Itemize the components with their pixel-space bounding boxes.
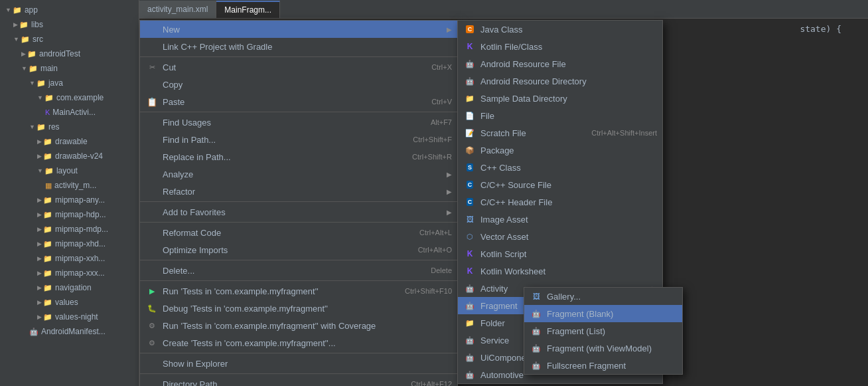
tree-item-main[interactable]: ▼ 📁 main xyxy=(0,61,139,76)
submenu-arrow-icon: ▶ xyxy=(447,26,452,33)
tree-item-label: mipmap-xxh... xyxy=(55,254,105,263)
arrow-icon: ▶ xyxy=(37,241,42,247)
tree-item-res[interactable]: ▼ 📁 res xyxy=(0,120,139,134)
tree-item-mipmap-mdpi[interactable]: ▶ 📁 mipmap-mdp... xyxy=(0,222,139,237)
tree-item-values-night[interactable]: ▶ 📁 values-night xyxy=(0,310,139,324)
menu-label: Scratch File xyxy=(480,128,581,138)
tree-item-com-example[interactable]: ▼ 📁 com.example xyxy=(0,90,139,105)
manifest-icon: 🤖 xyxy=(29,328,38,336)
menu-item-fullscreen-fragment[interactable]: 🤖 Fullscreen Fragment xyxy=(524,357,682,374)
reformat-icon xyxy=(145,226,159,239)
tree-item-src[interactable]: ▼ 📁 src xyxy=(0,32,139,47)
menu-item-run-coverage[interactable]: ⚙ Run 'Tests in 'com.example.myfragment'… xyxy=(140,317,457,334)
image-asset-icon: 🖼 xyxy=(463,213,476,226)
menu-item-create-tests[interactable]: ⚙ Create 'Tests in 'com.example.myfragme… xyxy=(140,334,457,351)
menu-item-android-resource-file[interactable]: 🤖 Android Resource File xyxy=(458,55,662,72)
menu-item-file[interactable]: 📄 File xyxy=(458,107,662,124)
fragment-vm-icon: 🤖 xyxy=(530,341,543,355)
menu-item-cpp-header[interactable]: C C/C++ Header File xyxy=(458,193,662,211)
menu-item-java-class[interactable]: C Java Class xyxy=(458,21,662,38)
find-icon xyxy=(145,116,159,129)
menu-item-android-resource-dir[interactable]: 🤖 Android Resource Directory xyxy=(458,72,662,90)
arrow-icon: ▼ xyxy=(21,65,27,72)
menu-label: Create 'Tests in 'com.example.myfragment… xyxy=(163,338,452,348)
menu-item-replace-in-path[interactable]: Replace in Path... Ctrl+Shift+R xyxy=(140,148,457,165)
tree-item-androidmanifest[interactable]: 🤖 AndroidManifest... xyxy=(0,324,139,339)
tree-item-values[interactable]: ▶ 📁 values xyxy=(0,295,139,310)
menu-item-new[interactable]: New ▶ xyxy=(140,21,457,38)
menu-separator xyxy=(140,56,457,57)
menu-item-kotlin-worksheet[interactable]: K Kotlin Worksheet xyxy=(458,262,662,280)
tree-item-mainactivity[interactable]: K MainActivi... xyxy=(0,105,139,120)
tree-item-activity-main[interactable]: ▦ activity_m... xyxy=(0,178,139,193)
menu-item-analyze[interactable]: Analyze ▶ xyxy=(140,165,457,183)
tab-mainfrag[interactable]: MainFragm... xyxy=(216,1,280,18)
menu-item-copy[interactable]: Copy xyxy=(140,76,457,93)
menu-item-sample-data-dir[interactable]: 📁 Sample Data Directory xyxy=(458,90,662,107)
arrow-icon: ▶ xyxy=(37,255,42,262)
tree-item-navigation[interactable]: ▶ 📁 navigation xyxy=(0,280,139,295)
menu-item-fragment-list[interactable]: 🤖 Fragment (List) xyxy=(524,322,682,339)
tree-item-app[interactable]: ▼ 📁 app xyxy=(0,3,139,17)
menu-item-debug-tests[interactable]: 🐛 Debug 'Tests in 'com.example.myfragmen… xyxy=(140,300,457,317)
tab-activity[interactable]: activity_main.xml xyxy=(139,1,216,18)
tree-item-layout[interactable]: ▼ 📁 layout xyxy=(0,163,139,178)
menu-item-cpp-source[interactable]: C C/C++ Source File xyxy=(458,176,662,193)
shortcut-label: Ctrl+V xyxy=(431,98,452,106)
menu-item-optimize[interactable]: Optimize Imports Ctrl+Alt+O xyxy=(140,241,457,258)
kotlin-script-icon: K xyxy=(463,247,476,260)
menu-item-vector-asset[interactable]: ⬡ Vector Asset xyxy=(458,228,662,245)
menu-label: C/C++ Source File xyxy=(480,180,657,190)
menu-item-link-cpp[interactable]: Link C++ Project with Gradle xyxy=(140,38,457,55)
menu-item-show-explorer[interactable]: Show in Explorer xyxy=(140,355,457,372)
tree-item-mipmap-xhdpi[interactable]: ▶ 📁 mipmap-xhd... xyxy=(0,237,139,251)
tree-item-mipmap-hdpi[interactable]: ▶ 📁 mipmap-hdp... xyxy=(0,207,139,222)
menu-label: Show in Explorer xyxy=(163,359,452,369)
menu-item-refactor[interactable]: Refactor ▶ xyxy=(140,183,457,200)
tree-item-libs[interactable]: ▶ 📁 libs xyxy=(0,17,139,32)
shortcut-label: Ctrl+Shift+F xyxy=(413,136,452,144)
delete-icon xyxy=(145,264,159,277)
menu-item-directory-path[interactable]: Directory Path Ctrl+Alt+F12 xyxy=(140,375,457,386)
tree-item-label: java xyxy=(48,78,63,88)
folder-icon: 📁 xyxy=(44,94,54,102)
fragment-list-icon: 🤖 xyxy=(530,324,543,338)
java-icon: C xyxy=(463,23,476,36)
folder-icon: 📁 xyxy=(43,240,52,248)
menu-label: Directory Path xyxy=(163,379,400,387)
menu-item-kotlin-file[interactable]: K Kotlin File/Class xyxy=(458,38,662,55)
menu-item-fragment-viewmodel[interactable]: 🤖 Fragment (with ViewModel) xyxy=(524,339,682,357)
menu-item-find-in-path[interactable]: Find in Path... Ctrl+Shift+F xyxy=(140,131,457,148)
menu-item-find-usages[interactable]: Find Usages Alt+F7 xyxy=(140,114,457,131)
menu-item-run-tests[interactable]: ▶ Run 'Tests in 'com.example.myfragment'… xyxy=(140,282,457,300)
menu-item-scratch-file[interactable]: 📝 Scratch File Ctrl+Alt+Shift+Insert xyxy=(458,124,662,142)
menu-item-delete[interactable]: Delete... Delete xyxy=(140,262,457,279)
tree-item-mipmap-xxhdpi[interactable]: ▶ 📁 mipmap-xxh... xyxy=(0,251,139,266)
menu-item-cpp-class[interactable]: S C++ Class xyxy=(458,159,662,176)
project-icon: 📁 xyxy=(13,6,22,15)
folder-icon: 📁 xyxy=(27,50,36,58)
tree-item-label: drawable-v24 xyxy=(55,151,103,161)
tree-item-label: values xyxy=(55,298,78,307)
menu-item-image-asset[interactable]: 🖼 Image Asset xyxy=(458,211,662,228)
menu-item-add-favorites[interactable]: Add to Favorites ▶ xyxy=(140,203,457,221)
menu-item-fragment-blank[interactable]: 🤖 Fragment (Blank) xyxy=(524,305,682,322)
tree-item-drawable-v24[interactable]: ▶ 📁 drawable-v24 xyxy=(0,149,139,163)
menu-item-gallery[interactable]: 🖼 Gallery... xyxy=(524,288,682,305)
scratch-icon: 📝 xyxy=(463,126,476,140)
tree-item-mipmap-xxxhdpi[interactable]: ▶ 📁 mipmap-xxx... xyxy=(0,266,139,280)
menu-item-reformat[interactable]: Reformat Code Ctrl+Alt+L xyxy=(140,224,457,241)
menu-item-package[interactable]: 📦 Package xyxy=(458,142,662,159)
menu-item-cut[interactable]: ✂ Cut Ctrl+X xyxy=(140,58,457,76)
arrow-icon: ▼ xyxy=(37,94,43,101)
tree-item-label: libs xyxy=(31,20,43,29)
tree-item-java[interactable]: ▼ 📁 java xyxy=(0,76,139,90)
tree-item-mipmap-anydpi[interactable]: ▶ 📁 mipmap-any... xyxy=(0,193,139,207)
tree-item-androidtest[interactable]: ▶ 📁 androidTest xyxy=(0,47,139,61)
tree-item-drawable[interactable]: ▶ 📁 drawable xyxy=(0,134,139,149)
activity-icon: 🤖 xyxy=(463,282,476,295)
menu-item-kotlin-script[interactable]: K Kotlin Script xyxy=(458,245,662,262)
menu-item-paste[interactable]: 📋 Paste Ctrl+V xyxy=(140,93,457,110)
arrow-icon: ▶ xyxy=(21,50,26,57)
submenu-arrow-icon: ▶ xyxy=(447,209,452,216)
